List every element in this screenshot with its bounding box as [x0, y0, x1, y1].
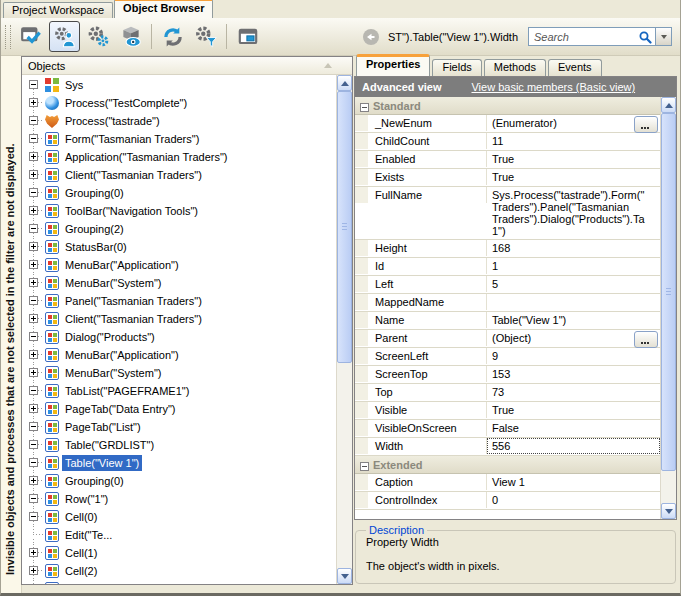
scroll-up-button[interactable]: [337, 75, 352, 91]
expand-toggle[interactable]: [24, 292, 43, 310]
property-row[interactable]: Caption View 1: [355, 474, 660, 492]
expander-icon[interactable]: [29, 278, 38, 287]
object-label[interactable]: Client("Tasmanian Traders"): [62, 311, 205, 327]
property-name[interactable]: ScreenLeft: [355, 348, 487, 364]
property-row[interactable]: _NewEnum (Enumerator): [355, 115, 660, 133]
property-value[interactable]: Sys.Process("tastrade").Form(" Traders")…: [487, 187, 660, 239]
property-value[interactable]: Table("View 1"): [487, 312, 660, 328]
search-dropdown-button[interactable]: [656, 27, 672, 46]
back-button[interactable]: [362, 28, 380, 46]
object-label[interactable]: Client("Tasmanian Traders"): [62, 167, 205, 183]
expander-icon[interactable]: [29, 368, 38, 377]
expander-icon[interactable]: [29, 188, 38, 197]
collapse-icon[interactable]: [360, 462, 369, 471]
object-label[interactable]: Row("1"): [62, 491, 111, 507]
window-tab[interactable]: Object Browser: [114, 0, 213, 18]
property-value[interactable]: (Object): [487, 330, 660, 346]
property-value[interactable]: True: [487, 402, 660, 418]
expand-toggle[interactable]: [24, 256, 43, 274]
expand-toggle[interactable]: [24, 346, 43, 364]
property-value[interactable]: (Enumerator): [487, 115, 660, 131]
expander-icon[interactable]: [29, 314, 38, 323]
expander-icon[interactable]: [29, 260, 38, 269]
expand-toggle[interactable]: [24, 526, 43, 544]
object-label[interactable]: PageTab("List"): [62, 419, 144, 435]
expand-toggle[interactable]: [24, 364, 43, 382]
property-row[interactable]: Name Table("View 1"): [355, 312, 660, 330]
property-value[interactable]: True: [487, 151, 660, 167]
expand-toggle[interactable]: [24, 544, 43, 562]
property-row[interactable]: Standard: [355, 97, 660, 115]
property-name[interactable]: Name: [355, 312, 487, 328]
expander-icon[interactable]: [29, 440, 38, 449]
expand-toggle[interactable]: [24, 202, 43, 220]
scroll-down-button[interactable]: [337, 568, 352, 584]
object-label[interactable]: MenuBar("System"): [62, 275, 164, 291]
expander-icon[interactable]: [29, 494, 38, 503]
object-label[interactable]: ToolBar("Navigation Tools"): [62, 203, 201, 219]
expand-toggle[interactable]: [24, 328, 43, 346]
property-value[interactable]: 153: [487, 366, 660, 382]
object-properties-button[interactable]: [82, 21, 113, 52]
expand-toggle[interactable]: [24, 382, 43, 400]
highlight-object-button[interactable]: [16, 21, 47, 52]
view-object-button[interactable]: [115, 21, 146, 52]
filter-button[interactable]: [190, 21, 221, 52]
object-label[interactable]: Panel("Tasmanian Traders"): [62, 293, 205, 309]
expand-toggle[interactable]: [24, 310, 43, 328]
expander-icon[interactable]: [29, 170, 38, 179]
property-value[interactable]: False: [487, 420, 660, 436]
expand-toggle[interactable]: [24, 472, 43, 490]
expander-icon[interactable]: [29, 116, 38, 125]
expand-toggle[interactable]: [24, 238, 43, 256]
basic-view-link[interactable]: View basic members (Basic view): [471, 81, 635, 93]
object-label[interactable]: MenuBar("System"): [62, 365, 164, 381]
object-label[interactable]: PageTab("Data Entry"): [62, 401, 179, 417]
expander-icon[interactable]: [29, 80, 38, 89]
search-input[interactable]: [532, 30, 638, 44]
property-name[interactable]: Standard: [369, 98, 425, 114]
toolbar-grip[interactable]: [5, 25, 11, 49]
expand-toggle[interactable]: [24, 580, 43, 584]
property-name[interactable]: Top: [355, 384, 487, 400]
property-name[interactable]: Exists: [355, 169, 487, 185]
property-name[interactable]: Visible: [355, 402, 487, 418]
property-value[interactable]: 1: [487, 258, 660, 274]
panel-layout-button[interactable]: [232, 21, 263, 52]
expand-toggle[interactable]: [24, 166, 43, 184]
object-label[interactable]: Grouping(0): [62, 185, 127, 201]
expander-icon[interactable]: [29, 242, 38, 251]
expand-toggle[interactable]: [24, 220, 43, 238]
scroll-up-button[interactable]: [661, 97, 676, 113]
object-label[interactable]: Dialog("Products"): [62, 329, 158, 345]
expand-toggle[interactable]: [24, 76, 43, 94]
property-value[interactable]: 9: [487, 348, 660, 364]
expand-toggle[interactable]: [24, 112, 43, 130]
property-row[interactable]: ScreenLeft 9: [355, 348, 660, 366]
property-value[interactable]: 0: [487, 492, 660, 508]
inspector-tab[interactable]: Methods: [484, 59, 546, 76]
property-row[interactable]: Id 1: [355, 258, 660, 276]
property-value[interactable]: 5: [487, 276, 660, 292]
expander-icon[interactable]: [29, 350, 38, 359]
property-row[interactable]: ControlIndex 0: [355, 492, 660, 510]
object-label[interactable]: Row("10"): [62, 581, 117, 584]
property-value[interactable]: 11: [487, 133, 660, 149]
expand-toggle[interactable]: [24, 418, 43, 436]
object-label[interactable]: Process("TestComplete"): [62, 95, 190, 111]
property-name[interactable]: ScreenTop: [355, 366, 487, 382]
inspector-tab[interactable]: Events: [548, 59, 602, 76]
property-row[interactable]: ScreenTop 153: [355, 366, 660, 384]
object-label[interactable]: Application("Tasmanian Traders"): [62, 149, 231, 165]
property-name[interactable]: ChildCount: [355, 133, 487, 149]
expander-icon[interactable]: [29, 566, 38, 575]
property-value[interactable]: View 1: [487, 474, 660, 490]
object-label[interactable]: Table("GRDLIST"): [62, 437, 157, 453]
scroll-thumb[interactable]: [661, 113, 676, 471]
expander-icon[interactable]: [29, 404, 38, 413]
object-label[interactable]: MenuBar("Application"): [62, 347, 182, 363]
expander-icon[interactable]: [29, 98, 38, 107]
object-label[interactable]: Sys: [62, 77, 86, 93]
ellipsis-button[interactable]: [634, 116, 658, 133]
expand-toggle[interactable]: [24, 148, 43, 166]
